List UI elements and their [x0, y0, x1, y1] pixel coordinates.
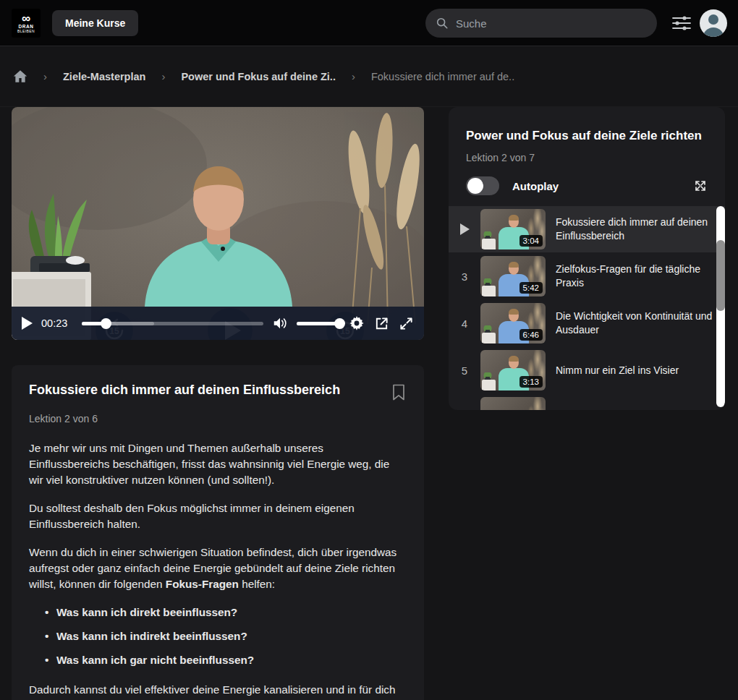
autoplay-label: Autoplay: [512, 180, 559, 192]
lesson-title: Fokussiere dich immer auf deinen Einflus…: [29, 383, 340, 398]
lesson-content-card: Fokussiere dich immer auf deinen Einflus…: [12, 365, 424, 700]
video-frame: [12, 107, 424, 340]
paragraph: Wenn du dich in einer schwierigen Situat…: [29, 545, 407, 592]
home-icon[interactable]: [13, 69, 27, 83]
bookmark-icon: [392, 384, 405, 401]
chevron-right-icon: ›: [43, 70, 47, 82]
breadcrumb-lesson: Fokussiere dich immer auf de..: [371, 71, 514, 82]
playlist-item-title: Zielfokus-Fragen für die tägliche Praxis: [556, 262, 715, 290]
item-number: 5: [462, 364, 467, 377]
playlist-item-title: Die Wichtigkeit von Kontinuität und Ausd…: [556, 310, 715, 337]
expand-panel-icon[interactable]: [693, 179, 708, 193]
top-nav: ∞ DRAN BLEIBEN Meine Kurse: [0, 0, 738, 46]
video-thumbnail: 6:46: [480, 303, 546, 343]
playlist-items: 3:04 Fokussiere dich immer auf deinen Ei…: [449, 206, 725, 410]
search-icon: [436, 17, 449, 30]
list-item: Was kann ich gar nicht beeinflussen?: [45, 652, 407, 668]
search-input[interactable]: [456, 17, 647, 30]
person-silhouette-icon: [700, 9, 727, 37]
playlist-item-partial[interactable]: [449, 394, 725, 410]
playlist-item[interactable]: 4 6:46 Die Wichtigkeit von Kontinuität u…: [449, 300, 725, 346]
playlist-title: Power und Fokus auf deine Ziele richten: [466, 129, 708, 143]
playlist-item[interactable]: 3 5:42 Zielfokus-Fragen für die tägliche…: [449, 253, 725, 299]
volume-slider[interactable]: [297, 322, 340, 325]
lesson-body: Je mehr wir uns mit Dingen und Themen au…: [29, 440, 407, 700]
progress-bar[interactable]: [82, 322, 263, 325]
duration-badge: 3:04: [519, 235, 543, 247]
my-courses-button[interactable]: Meine Kurse: [52, 10, 138, 36]
volume-icon[interactable]: [272, 315, 288, 331]
now-playing-icon: [460, 223, 470, 235]
paragraph: Du solltest deshalb den Fokus möglichst …: [29, 500, 407, 532]
item-number: 3: [462, 270, 467, 283]
playlist-scrollbar-thumb[interactable]: [716, 240, 725, 311]
playlist-progress-label: Lektion 2 von 7: [466, 152, 708, 163]
duration-badge: 3:13: [519, 376, 543, 388]
video-control-bar: 00:23: [12, 307, 424, 340]
breadcrumb-module[interactable]: Power und Fokus auf deine Zi..: [181, 71, 336, 82]
video-thumbnail: [480, 397, 546, 410]
list-item: Was kann ich direkt beeinflussen?: [45, 605, 407, 620]
brand-logo[interactable]: ∞ DRAN BLEIBEN: [12, 9, 41, 38]
search-bar[interactable]: [425, 9, 657, 38]
playlist-item-current[interactable]: 3:04 Fokussiere dich immer auf deinen Ei…: [449, 206, 725, 252]
playlist-item-title: Nimm nur ein Ziel ins Visier: [556, 364, 715, 377]
progress-knob[interactable]: [101, 318, 111, 329]
chevron-right-icon: ›: [161, 70, 165, 82]
paragraph: Je mehr wir uns mit Dingen und Themen au…: [29, 440, 407, 488]
list-item: Was kann ich indirekt beeinflussen?: [45, 628, 407, 644]
open-in-new-icon[interactable]: [373, 315, 389, 331]
logo-text-line2: BLEIBEN: [17, 29, 35, 33]
volume-knob[interactable]: [334, 318, 345, 329]
logo-text-line1: DRAN: [19, 24, 34, 29]
playlist-scrollbar-track[interactable]: [716, 206, 725, 407]
fullscreen-icon[interactable]: [398, 315, 414, 331]
filter-settings-icon[interactable]: [671, 14, 692, 32]
video-thumbnail: 3:04: [480, 209, 546, 249]
course-player-page: ∞ DRAN BLEIBEN Meine Kurse: [0, 0, 738, 700]
video-player: 15 15 00:23: [12, 107, 424, 340]
user-avatar[interactable]: [700, 9, 727, 37]
focus-questions-list: Was kann ich direkt beeinflussen? Was ka…: [45, 605, 407, 668]
breadcrumb-course[interactable]: Ziele-Masterplan: [63, 71, 145, 82]
playlist-item-title: Fokussiere dich immer auf deinen Einflus…: [556, 215, 715, 243]
current-time: 00:23: [41, 317, 73, 329]
chevron-right-icon: ›: [352, 70, 355, 82]
autoplay-toggle[interactable]: [466, 176, 499, 195]
duration-badge: 6:46: [519, 329, 543, 341]
autoplay-row: Autoplay: [466, 176, 708, 195]
playlist-item[interactable]: 5 3:13 Nimm nur ein Ziel ins Visier: [449, 347, 725, 393]
duration-badge: 5:42: [519, 282, 543, 294]
breadcrumb: › Ziele-Masterplan › Power und Fokus auf…: [0, 46, 738, 107]
lesson-progress-label: Lektion 2 von 6: [29, 413, 407, 424]
play-button[interactable]: [22, 317, 33, 330]
video-thumbnail: 5:42: [480, 256, 546, 296]
lesson-playlist-panel: Power und Fokus auf deine Ziele richten …: [449, 107, 725, 410]
item-number: 4: [462, 317, 467, 330]
infinity-logo-icon: ∞: [22, 14, 30, 24]
settings-gear-icon[interactable]: [349, 315, 365, 331]
paragraph: Dadurch kannst du viel effektiver deine …: [29, 682, 407, 700]
volume-fill: [297, 322, 340, 325]
bookmark-button[interactable]: [391, 383, 407, 404]
toggle-knob: [467, 178, 483, 194]
video-thumbnail: 3:13: [480, 350, 546, 390]
